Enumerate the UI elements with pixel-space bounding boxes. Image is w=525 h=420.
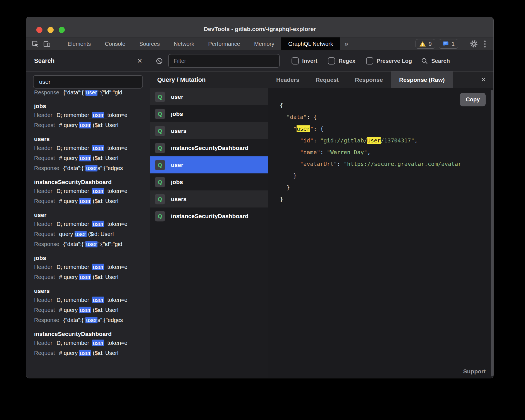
devtools-tab-bar: ElementsConsoleSourcesNetworkPerformance… [26,37,493,51]
clear-filter-icon[interactable] [156,57,163,65]
query-list-item[interactable]: Quser [150,88,268,105]
detail-tab-response-raw[interactable]: Response (Raw) [391,71,453,88]
panel-header-row: Search ✕ InvertRegexPreserve Log [26,51,493,71]
query-list-item[interactable]: Qusers [150,190,268,207]
query-list-item[interactable]: Qusers [150,122,268,139]
kebab-menu-icon[interactable] [481,40,488,47]
checkbox-invert[interactable] [292,57,299,65]
json-token: "https://secure.gravatar.com/avatar [344,161,461,167]
json-token: , [414,137,418,144]
query-list-item[interactable]: Quser [150,156,268,173]
search-result-line[interactable]: HeaderD; remember_user_token=e [34,338,150,348]
json-token: { [280,102,283,109]
detail-tab-request[interactable]: Request [307,71,347,88]
result-line-label: Response [34,241,59,247]
titlebar: DevTools - gitlab.com/-/graphql-explorer [26,17,493,37]
json-line: "name": "Warren Day", [280,146,488,158]
checkbox-preserve-log[interactable] [366,57,373,65]
search-icon [421,57,428,65]
search-result-line[interactable]: Request# query user ($id: UserI [34,305,150,315]
search-result-line[interactable]: HeaderD; remember_user_token=e [34,110,150,120]
result-line-label: Request [34,155,55,161]
result-group-title: users [34,287,150,295]
query-list-item[interactable]: QinstanceSecurityDashboard [150,207,268,225]
search-result-line[interactable]: Request# query user ($id: UserI [34,272,150,282]
issues-badge[interactable]: 1 [439,39,458,49]
match-post: ($id: UserI [87,231,114,237]
search-result-line[interactable]: HeaderD; remember_user_token=e [34,262,150,272]
screen: DevTools - gitlab.com/-/graphql-explorer [0,0,525,420]
network-search-button[interactable]: Search [421,57,450,65]
minimize-window-button[interactable] [47,27,54,33]
json-line: "data": { [280,111,488,123]
search-result-line[interactable]: HeaderD; remember_user_token=e [34,186,150,196]
zoom-window-button[interactable] [59,27,65,33]
json-line: "id": "gid://gitlab/User/13704317", [280,135,488,146]
search-result-line[interactable]: Response{"data":{"user":{"id":"gid [34,90,150,97]
json-line: "user": { [280,123,488,135]
result-line-label: Header [34,112,52,118]
filter-input[interactable] [168,54,280,68]
warnings-badge[interactable]: 9 [416,39,435,49]
result-group-title: users [34,135,150,143]
query-list-header: Query / Mutation [150,71,268,88]
json-token: "id" [300,137,313,144]
json-token: "gid://gitlab/ [320,137,367,144]
detail-tab-headers[interactable]: Headers [268,71,307,88]
detail-close-icon[interactable]: ✕ [481,76,486,83]
search-result-line[interactable]: Request# query user ($id: UserI [34,348,150,358]
match-highlight: user [92,264,104,270]
search-result-line[interactable]: Response{"data":{"users":{"edges [34,163,150,173]
device-toolbar-icon[interactable] [43,40,51,48]
devtools-tab-console[interactable]: Console [98,37,132,50]
devtools-tab-performance[interactable]: Performance [201,37,247,50]
match-highlight: user [75,231,87,237]
more-tabs-chevron[interactable]: » [340,37,353,50]
search-close-icon[interactable]: ✕ [137,57,142,65]
detail-tab-response[interactable]: Response [347,71,391,88]
copy-button[interactable]: Copy [460,93,486,106]
search-result-line[interactable]: Request# query user ($id: UserI [34,196,150,206]
devtools-tab-elements[interactable]: Elements [61,37,98,50]
message-bubble-icon [442,40,449,47]
json-token: " [310,125,313,132]
result-line-value: {"data":{"user":{"id":"gid [63,90,122,96]
devtools-tab-sources[interactable]: Sources [132,37,167,50]
devtools-tab-memory[interactable]: Memory [247,37,281,50]
vertical-scrollbar[interactable] [491,90,493,376]
inspect-element-icon[interactable] [31,40,39,48]
search-result-line[interactable]: HeaderD; remember_user_token=e [34,295,150,305]
devtools-tab-network[interactable]: Network [167,37,201,50]
search-result-line[interactable]: HeaderD; remember_user_token=e [34,219,150,229]
json-token [280,149,300,156]
devtools-tab-graphql-network[interactable]: GraphQL Network [281,37,340,50]
query-type-badge: Q [155,211,165,221]
search-result-line[interactable]: Request# query user ($id: UserI [34,153,150,163]
devtools-tabs: ElementsConsoleSourcesNetworkPerformance… [61,37,340,50]
query-item-label: users [171,196,187,202]
issue-count: 1 [452,41,455,47]
query-list-item[interactable]: QinstanceSecurityDashboard [150,139,268,156]
search-results-list[interactable]: Response{"data":{"user":{"id":"gidjobsHe… [26,90,150,378]
search-result-line[interactable]: Request# query user ($id: UserI [34,120,150,130]
checkbox-label: Preserve Log [377,58,412,64]
support-link[interactable]: Support [463,368,486,375]
clipped-result-line: Response{"data":{"user":{"id":"gid [34,90,150,97]
search-results-panel: Response{"data":{"user":{"id":"gidjobsHe… [26,71,150,378]
search-input[interactable] [33,75,143,89]
query-item-label: user [171,94,183,100]
settings-gear-icon[interactable] [470,40,478,48]
search-result-line[interactable]: Response{"data":{"user":{"id":"gid [34,239,150,249]
query-list-item[interactable]: Qjobs [150,173,268,190]
match-post: s":{"edges [97,165,123,171]
search-result-line[interactable]: HeaderD; remember_user_token=e [34,143,150,153]
close-window-button[interactable] [36,27,42,33]
match-pre: D; remember_ [57,145,92,151]
checkbox-regex[interactable] [328,57,335,65]
search-result-line[interactable]: Requestquery user ($id: UserI [34,229,150,239]
query-type-badge: Q [155,194,165,204]
window-title: DevTools - gitlab.com/-/graphql-explorer [204,26,316,32]
search-result-line[interactable]: Response{"data":{"users":{"edges [34,315,150,325]
query-list-item[interactable]: Qjobs [150,105,268,122]
search-panel-header: Search ✕ [26,51,150,71]
